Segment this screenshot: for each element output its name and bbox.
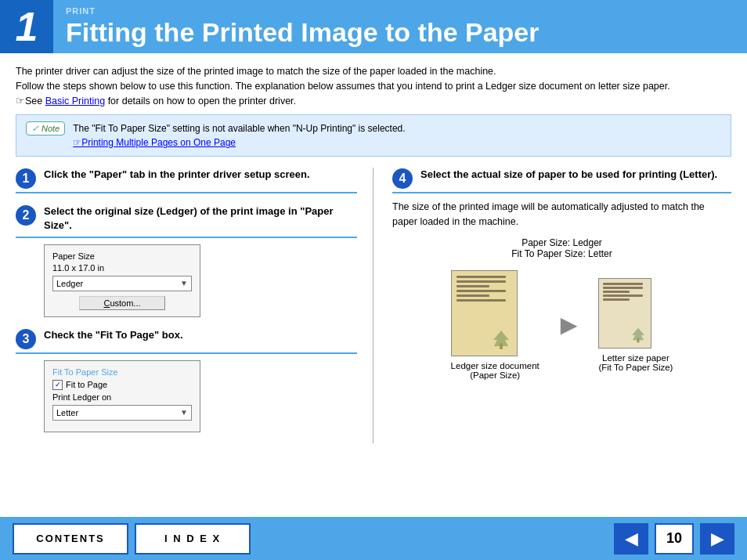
left-column: 1 Click the "Paper" tab in the printer d…	[16, 168, 374, 443]
dropdown-arrow-icon-2: ▼	[180, 408, 188, 417]
doc-line-s5	[603, 298, 630, 301]
ledger-caption: Ledger size document (Paper Size)	[451, 361, 540, 380]
fit-to-page-checkbox[interactable]: ✓	[52, 380, 63, 390]
step-3-block: 3 Check the "Fit To Page" box. Fit To Pa…	[16, 328, 357, 432]
step-2-block: 2 Select the original size (Ledger) of t…	[16, 204, 357, 316]
paper-size-info-line2: Fit To Paper Size: Letter	[392, 248, 731, 259]
step-4-number: 4	[392, 168, 413, 189]
printing-multiple-pages-link[interactable]: ☞Printing Multiple Pages on One Page	[73, 137, 236, 148]
doc-line-3	[456, 285, 490, 287]
step-4-description: The size of the printed image will be au…	[392, 200, 731, 229]
ledger-caption-line1: Ledger size document	[451, 361, 540, 370]
step-2-number: 2	[16, 205, 36, 226]
ledger-page-visual	[451, 270, 518, 356]
intro-see-prefix: ☞See	[16, 96, 45, 107]
svg-marker-3	[633, 327, 645, 340]
paper-size-dropdown-value: Ledger	[56, 279, 83, 288]
paper-size-dimensions: 11.0 x 17.0 in	[52, 263, 192, 273]
fit-to-page-checkbox-label: Fit to Page	[66, 380, 107, 389]
intro-line1: The printer driver can adjust the size o…	[16, 66, 496, 77]
step-4-title: Select the actual size of paper to be us…	[420, 168, 717, 182]
doc-line-1	[456, 276, 507, 278]
step-1-title: Click the "Paper" tab in the printer dri…	[44, 168, 310, 182]
document-visual: Ledger size document (Paper Size) ►	[392, 270, 731, 380]
header-text-block: PRINT Fitting the Printed Image to the P…	[53, 6, 540, 48]
step-1-number: 1	[16, 168, 36, 189]
note-badge-text: Note	[42, 124, 60, 133]
step-2-header: 2 Select the original size (Ledger) of t…	[16, 204, 357, 237]
doc-line-s4	[603, 294, 642, 297]
step-4-header: 4 Select the actual size of paper to be …	[392, 168, 731, 193]
contents-button[interactable]: CONTENTS	[13, 523, 128, 555]
svg-marker-1	[493, 331, 509, 346]
custom-button-label: Custom...	[103, 298, 140, 308]
doc-line-4	[456, 290, 507, 292]
paper-size-dropdown[interactable]: Ledger ▼	[52, 276, 192, 291]
dropdown-arrow-icon: ▼	[180, 279, 188, 287]
letter-dropdown-value: Letter	[56, 408, 78, 417]
fit-to-page-checkbox-row: ✓ Fit to Page	[52, 380, 192, 390]
page-header: 1 PRINT Fitting the Printed Image to the…	[0, 0, 747, 53]
basic-printing-link[interactable]: Basic Printing	[45, 96, 105, 107]
doc-line-5	[456, 294, 490, 297]
paper-size-info-line1: Paper Size: Ledger	[392, 237, 731, 248]
letter-caption-line1: Letter size paper	[598, 353, 673, 363]
doc-line-s1	[603, 283, 642, 285]
ledger-tree-container	[456, 329, 512, 351]
note-badge: ✓ Note	[26, 121, 65, 135]
main-content: The printer driver can adjust the size o…	[0, 53, 747, 451]
ledger-doc-container: Ledger size document (Paper Size)	[451, 270, 540, 380]
step-3-number: 3	[16, 329, 36, 349]
note-main-text: The "Fit To Paper Size" setting is not a…	[73, 123, 405, 134]
letter-caption: Letter size paper (Fit To Paper Size)	[598, 353, 673, 372]
letter-caption-line2: (Fit To Paper Size)	[598, 363, 673, 372]
step-1-header: 1 Click the "Paper" tab in the printer d…	[16, 168, 357, 193]
paper-size-label: Paper Size	[52, 251, 192, 261]
index-button[interactable]: I N D E X	[135, 523, 251, 555]
chapter-number: 1	[16, 6, 38, 47]
doc-line-s2	[603, 287, 642, 289]
footer: CONTENTS I N D E X ◀ 10 ▶	[0, 517, 747, 560]
note-check-icon: ✓	[31, 123, 39, 134]
step-3-title: Check the "Fit To Page" box.	[44, 328, 183, 342]
note-content: The "Fit To Paper Size" setting is not a…	[73, 121, 405, 150]
ledger-tree-icon	[490, 329, 512, 351]
letter-dropdown[interactable]: Letter ▼	[52, 405, 192, 421]
intro-see-suffix: for details on how to open the printer d…	[105, 96, 296, 107]
paper-size-ui-mockup: Paper Size 11.0 x 17.0 in Ledger ▼ Custo…	[44, 244, 200, 317]
paper-size-info: Paper Size: Ledger Fit To Paper Size: Le…	[392, 237, 731, 259]
prev-arrow-icon: ◀	[625, 529, 638, 549]
header-title: Fitting the Printed Image to the Paper	[66, 17, 540, 48]
letter-tree-icon	[630, 327, 647, 344]
print-on-label: Print Ledger on	[52, 392, 192, 402]
next-arrow-icon: ▶	[711, 529, 724, 549]
step-4-block: 4 Select the actual size of paper to be …	[392, 168, 731, 380]
header-label: PRINT	[66, 6, 540, 16]
next-page-button[interactable]: ▶	[700, 523, 734, 555]
letter-tree-container	[603, 327, 647, 344]
fit-to-paper-size-label: Fit To Paper Size	[52, 367, 192, 377]
transform-arrow: ►	[555, 309, 583, 341]
right-column: 4 Select the actual size of paper to be …	[374, 168, 731, 443]
doc-line-s3	[603, 291, 630, 293]
step-1-block: 1 Click the "Paper" tab in the printer d…	[16, 168, 357, 193]
doc-line-2	[456, 280, 507, 283]
intro-line2: Follow the steps shown below to use this…	[16, 81, 670, 92]
intro-text: The printer driver can adjust the size o…	[16, 64, 731, 108]
custom-button[interactable]: Custom...	[79, 296, 165, 310]
letter-page-visual	[598, 278, 651, 349]
step-3-header: 3 Check the "Fit To Page" box.	[16, 328, 357, 354]
ledger-caption-line2: (Paper Size)	[451, 370, 540, 380]
chapter-number-box: 1	[0, 0, 53, 53]
two-column-layout: 1 Click the "Paper" tab in the printer d…	[16, 168, 731, 443]
letter-doc-container: Letter size paper (Fit To Paper Size)	[598, 278, 673, 372]
prev-page-button[interactable]: ◀	[614, 523, 648, 555]
page-number: 10	[655, 523, 694, 555]
step-2-title: Select the original size (Ledger) of the…	[44, 204, 357, 233]
fit-to-page-ui-mockup: Fit To Paper Size ✓ Fit to Page Print Le…	[44, 360, 200, 432]
footer-navigation: ◀ 10 ▶	[614, 523, 734, 555]
note-box: ✓ Note The "Fit To Paper Size" setting i…	[16, 114, 731, 157]
doc-line-6	[456, 299, 507, 302]
